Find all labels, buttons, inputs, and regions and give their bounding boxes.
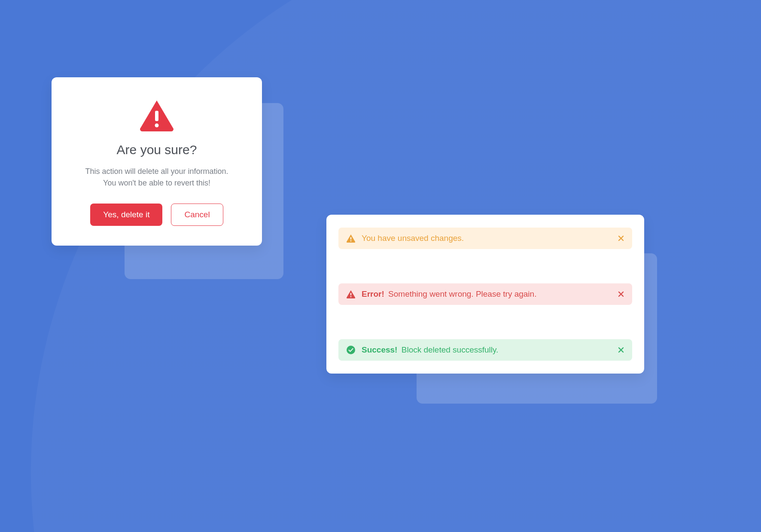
svg-point-6 <box>347 346 355 354</box>
alert-error: Error! Something went wrong. Please try … <box>338 283 632 305</box>
alert-error-bold: Error! <box>362 289 384 298</box>
confirm-message: This action will delete all your informa… <box>69 166 245 189</box>
error-icon <box>346 290 356 298</box>
alert-warning-message: You have unsaved changes. <box>362 234 464 243</box>
alert-error-close-button[interactable] <box>618 291 624 298</box>
alert-error-text: Error! Something went wrong. Please try … <box>362 289 612 299</box>
alert-success-close-button[interactable] <box>618 347 624 353</box>
svg-point-1 <box>155 124 159 128</box>
confirm-dialog: Are you sure? This action will delete al… <box>52 77 262 246</box>
alerts-group: You have unsaved changes. Error! Somethi… <box>326 215 644 374</box>
confirm-actions: Yes, delete it Cancel <box>69 204 245 226</box>
svg-point-5 <box>350 296 352 298</box>
alert-success-message: Block deleted successfully. <box>402 345 499 354</box>
confirm-delete-button[interactable]: Yes, delete it <box>90 204 162 226</box>
close-icon <box>618 347 624 353</box>
confirm-message-line2: You won't be able to revert this! <box>103 179 210 187</box>
svg-rect-2 <box>350 237 352 240</box>
warning-triangle-icon <box>69 99 245 131</box>
alert-warning-text: You have unsaved changes. <box>362 234 612 243</box>
close-icon <box>618 235 624 242</box>
success-icon <box>346 345 356 355</box>
alerts-card: You have unsaved changes. Error! Somethi… <box>326 215 644 374</box>
alert-warning: You have unsaved changes. <box>338 228 632 249</box>
alert-success-bold: Success! <box>362 345 397 354</box>
alert-success-text: Success! Block deleted successfully. <box>362 345 612 355</box>
svg-rect-0 <box>155 111 158 121</box>
close-icon <box>618 291 624 298</box>
confirm-dialog-group: Are you sure? This action will delete al… <box>52 77 262 246</box>
warning-icon <box>346 234 356 243</box>
confirm-title: Are you sure? <box>69 143 245 157</box>
alert-error-message: Something went wrong. Please try again. <box>388 289 536 298</box>
alert-warning-close-button[interactable] <box>618 235 624 242</box>
svg-rect-4 <box>350 293 352 295</box>
confirm-message-line1: This action will delete all your informa… <box>85 167 228 176</box>
svg-point-3 <box>350 240 352 242</box>
cancel-button[interactable]: Cancel <box>171 204 223 226</box>
alert-success: Success! Block deleted successfully. <box>338 339 632 361</box>
